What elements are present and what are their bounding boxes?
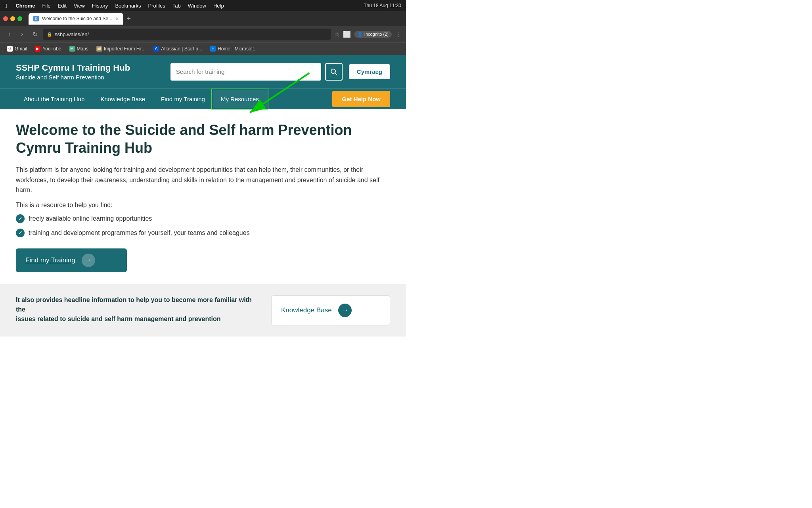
maximize-window-btn[interactable] (17, 16, 22, 21)
bottom-section: It also provides headline information to… (0, 284, 406, 337)
search-btn[interactable] (325, 63, 343, 81)
search-area: Cymraeg (170, 63, 390, 81)
url-text: sshp.wales/en/ (55, 31, 89, 37)
site-logo: SSHP Cymru I Training Hub Suicide and Se… (16, 63, 130, 81)
bookmark-home-label: Home - Microsoft... (218, 46, 258, 52)
active-tab[interactable]: S Welcome to the Suicide and Se... × (29, 13, 123, 25)
bookmark-imported[interactable]: 📁 Imported From Fir... (93, 45, 149, 52)
list-item: ✓ training and development programmes fo… (16, 229, 390, 237)
maps-icon: M (69, 46, 75, 52)
atlassian-icon: A (153, 46, 159, 52)
reader-mode-icon[interactable]: ⬜ (343, 31, 351, 38)
search-input[interactable] (170, 63, 321, 81)
address-bar: ‹ › ↻ 🔒 sshp.wales/en/ ☆ ⬜ 👤 Incognito (… (0, 26, 406, 42)
bookmarks-bar: G Gmail ▶ YouTube M Maps 📁 Imported From… (0, 42, 406, 55)
svg-line-1 (335, 73, 337, 75)
bullet-list: ✓ freely available online learning oppor… (16, 214, 390, 237)
tab-bar: S Welcome to the Suicide and Se... × + (0, 11, 406, 26)
menu-bookmarks[interactable]: Bookmarks (115, 3, 141, 9)
nav-my-resources[interactable]: My Resources (213, 90, 267, 108)
bookmark-maps[interactable]: M Maps (66, 45, 92, 52)
bookmark-atlassian[interactable]: A Atlassian | Start p... (150, 45, 205, 52)
bookmark-youtube[interactable]: ▶ YouTube (32, 45, 64, 52)
menu-help[interactable]: Help (213, 3, 224, 9)
menu-view[interactable]: View (74, 3, 85, 9)
welcome-description: This platform is for anyone looking for … (16, 165, 390, 195)
home-bookmark-icon: H (210, 46, 216, 52)
welcome-heading: Welcome to the Suicide and Self harm Pre… (16, 121, 390, 157)
get-help-btn[interactable]: Get Help Now (332, 91, 390, 107)
bottom-text: It also provides headline information to… (16, 295, 254, 324)
menu-edit[interactable]: Edit (58, 3, 67, 9)
bookmark-imported-label: Imported From Fir... (104, 46, 146, 52)
minimize-window-btn[interactable] (10, 16, 15, 21)
site-header: SSHP Cymru I Training Hub Suicide and Se… (0, 55, 406, 89)
bookmark-maps-label: Maps (77, 46, 88, 52)
welcome-heading-line1: Welcome to the Suicide and Self harm Pre… (16, 122, 352, 138)
menu-file[interactable]: File (42, 3, 51, 9)
nav-links: About the Training Hub Knowledge Base Fi… (16, 90, 267, 108)
menu-profiles[interactable]: Profiles (148, 3, 165, 9)
url-bar[interactable]: 🔒 sshp.wales/en/ (43, 29, 331, 40)
check-icon-2: ✓ (16, 229, 25, 237)
incognito-btn[interactable]: 👤 Incognito (2) (354, 31, 392, 38)
check-icon-1: ✓ (16, 214, 25, 223)
site-main-content: Welcome to the Suicide and Self harm Pre… (0, 109, 406, 284)
find-training-arrow-icon: → (82, 254, 95, 267)
menu-chrome[interactable]: Chrome (15, 3, 35, 9)
bookmark-youtube-label: YouTube (42, 46, 61, 52)
bullet-2-text: training and development programmes for … (29, 229, 250, 237)
resource-intro: This is a resource to help you find: (16, 202, 390, 209)
apple-icon[interactable]:  (5, 2, 7, 9)
bookmark-gmail-label: Gmail (15, 46, 27, 52)
back-btn[interactable]: ‹ (5, 31, 14, 38)
nav-knowledge-base[interactable]: Knowledge Base (92, 90, 153, 108)
lock-icon: 🔒 (47, 32, 52, 37)
cymraeg-btn[interactable]: Cymraeg (349, 64, 390, 79)
forward-btn[interactable]: › (17, 31, 27, 38)
tab-favicon: S (33, 16, 39, 21)
menu-right-icons: Thu 18 Aug 11:30 (364, 3, 401, 8)
refresh-btn[interactable]: ↻ (30, 31, 40, 38)
tab-title: Welcome to the Suicide and Se... (42, 16, 112, 21)
bookmark-home[interactable]: H Home - Microsoft... (207, 45, 261, 52)
site-nav: About the Training Hub Knowledge Base Fi… (0, 89, 406, 109)
bottom-text-line2: issues related to suicide and self harm … (16, 316, 221, 322)
menu-window[interactable]: Window (188, 3, 206, 9)
list-item: ✓ freely available online learning oppor… (16, 214, 390, 223)
youtube-icon: ▶ (35, 46, 40, 52)
menu-datetime: Thu 18 Aug 11:30 (364, 3, 401, 8)
logo-subtitle: Suicide and Self harm Prevention (16, 74, 130, 81)
knowledge-base-card[interactable]: Knowledge Base → (271, 295, 390, 325)
nav-find-training[interactable]: Find my Training (153, 90, 213, 108)
window-controls (3, 16, 22, 21)
gmail-icon: G (7, 46, 13, 52)
bookmark-atlassian-label: Atlassian | Start p... (161, 46, 202, 52)
menu-tab[interactable]: Tab (172, 3, 181, 9)
knowledge-base-label: Knowledge Base (281, 306, 332, 314)
nav-about[interactable]: About the Training Hub (16, 90, 92, 108)
incognito-label: Incognito (2) (364, 32, 389, 37)
bookmark-gmail[interactable]: G Gmail (4, 45, 30, 52)
more-btn[interactable]: ⋮ (395, 31, 401, 38)
knowledge-base-arrow-icon: → (338, 304, 352, 317)
menu-history[interactable]: History (92, 3, 108, 9)
bottom-text-line1: It also provides headline information to… (16, 296, 252, 313)
imported-icon: 📁 (96, 46, 102, 52)
incognito-icon: 👤 (357, 32, 363, 37)
menu-bar:  Chrome File Edit View History Bookmark… (0, 0, 406, 11)
find-my-training-btn[interactable]: Find my Training → (16, 248, 127, 272)
bullet-1-text: freely available online learning opportu… (29, 215, 152, 222)
address-right-controls: ☆ ⬜ 👤 Incognito (2) ⋮ (334, 31, 401, 38)
find-training-btn-label: Find my Training (25, 256, 75, 264)
star-icon[interactable]: ☆ (334, 31, 340, 38)
welcome-heading-line2: Cymru Training Hub (16, 140, 152, 156)
new-tab-btn[interactable]: + (126, 15, 131, 23)
logo-title: SSHP Cymru I Training Hub (16, 63, 130, 73)
search-icon (330, 68, 338, 76)
tab-close-btn[interactable]: × (115, 15, 119, 22)
close-window-btn[interactable] (3, 16, 8, 21)
